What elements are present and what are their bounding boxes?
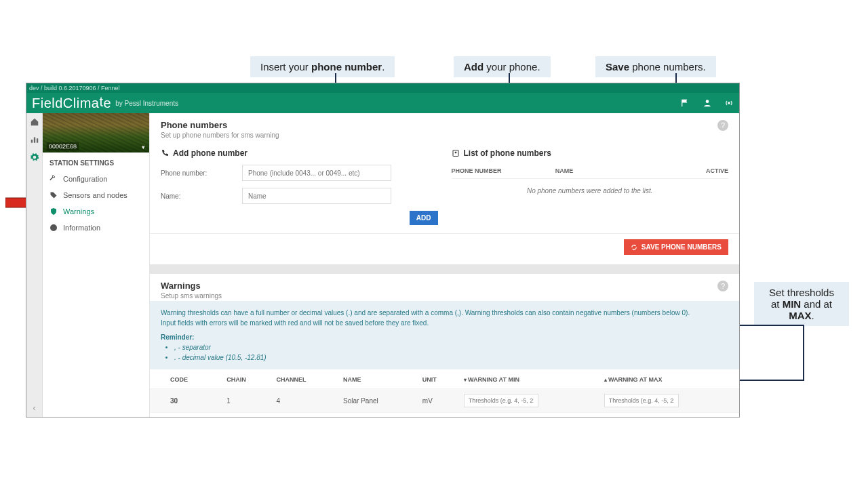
svg-rect-4 — [33, 138, 35, 143]
add-button[interactable]: ADD — [410, 211, 438, 225]
cell-unit: mV — [417, 389, 458, 413]
station-hero[interactable]: 00002E68 ▾ — [43, 113, 149, 152]
panel-title: Phone numbers — [161, 120, 279, 130]
phone-panel: Phone numbers Set up phone numbers for s… — [150, 113, 739, 264]
collapse-rail-icon[interactable]: ‹ — [33, 403, 36, 413]
col-warning-max[interactable]: WARNING AT MAX — [599, 369, 739, 389]
sidebar-section: STATION SETTINGS — [43, 152, 149, 171]
station-id: 00002E68 — [47, 142, 79, 150]
help-icon[interactable]: ? — [717, 120, 728, 131]
pointer-line — [740, 325, 804, 326]
sidebar-item-warnings[interactable]: Warnings — [43, 203, 149, 220]
sidebar-item-sensors[interactable]: Sensors and nodes — [43, 187, 149, 203]
sidebar-item-label: Information — [63, 224, 100, 232]
brand-logo: FieldClimate — [32, 96, 111, 111]
info-icon — [50, 224, 58, 232]
wrench-icon — [50, 175, 58, 183]
phone-name-label: Name: — [161, 192, 242, 200]
svg-rect-5 — [36, 138, 37, 142]
cell-channel: 5 — [271, 413, 338, 418]
refresh-icon — [631, 244, 637, 251]
app-window: dev / build 0.6.20170906 / Fennel FieldC… — [26, 83, 740, 418]
cell-name: Solar Panel — [338, 389, 417, 413]
pointer-line — [803, 325, 804, 380]
col-warning-min[interactable]: WARNING AT MIN — [458, 369, 599, 389]
home-icon[interactable] — [30, 117, 39, 127]
shield-check-icon — [50, 207, 58, 216]
sidebar-item-label: Sensors and nodes — [63, 191, 127, 199]
svg-point-6 — [50, 224, 57, 231]
gear-icon[interactable] — [30, 152, 39, 162]
col-channel[interactable]: CHANNEL — [271, 369, 338, 389]
phone-number-input[interactable] — [242, 165, 391, 181]
svg-point-2 — [728, 102, 730, 104]
chevron-down-icon: ▾ — [142, 144, 145, 150]
chart-icon[interactable] — [30, 135, 39, 144]
table-row: 3014Solar PanelmV — [150, 389, 739, 413]
col-name[interactable]: NAME — [338, 369, 417, 389]
cell-chain: 1 — [221, 389, 271, 413]
cell-code: 30 — [150, 389, 221, 413]
callout-phone-number: Insert your phone number. — [250, 56, 395, 77]
callout-save-phone: Save phone numbers. — [595, 56, 716, 77]
warnings-table: CODE CHAIN CHANNEL NAME UNIT WARNING AT … — [150, 369, 739, 417]
svg-rect-3 — [31, 140, 32, 143]
sidebar-item-information[interactable]: Information — [43, 220, 149, 236]
threshold-max-input[interactable] — [604, 394, 679, 407]
add-phone-heading: Add phone number — [161, 148, 438, 158]
user-icon[interactable] — [703, 98, 712, 108]
flag-icon[interactable] — [681, 98, 690, 108]
phone-icon — [161, 149, 169, 157]
callout-thresholds: Set thresholds at MIN and at MAX. — [754, 282, 849, 326]
app-header: FieldClimate by Pessl Instruments — [26, 93, 739, 113]
tag-icon — [50, 191, 58, 199]
cell-name: Precipitation — [338, 413, 417, 418]
panel-title: Warnings — [161, 281, 222, 291]
warnings-info: Warning thresholds can have a full numbe… — [150, 301, 739, 369]
svg-point-1 — [706, 100, 709, 103]
svg-point-8 — [455, 152, 456, 153]
broadcast-icon[interactable] — [724, 98, 734, 108]
table-row: 615Precipitationmm — [150, 413, 739, 418]
warnings-panel: Warnings Setup sms warnings ? Warning th… — [150, 274, 739, 417]
cell-code: 6 — [150, 413, 221, 418]
phone-name-input[interactable] — [242, 188, 391, 204]
icon-rail: ‹ — [26, 113, 43, 417]
brand-byline: by Pessl Instruments — [115, 100, 178, 107]
phone-list-header: PHONE NUMBER NAME ACTIVE — [452, 165, 729, 179]
cell-channel: 4 — [271, 389, 338, 413]
sidebar-item-label: Configuration — [63, 175, 107, 183]
col-code[interactable]: CODE — [150, 369, 221, 389]
cell-chain: 1 — [221, 413, 271, 418]
phone-list-empty: No phone numbers were added to the list. — [452, 179, 729, 203]
threshold-min-input[interactable] — [464, 394, 538, 407]
cell-unit: mm — [417, 413, 458, 418]
panel-subtitle: Setup sms warnings — [161, 292, 222, 300]
list-phone-heading: List of phone numbers — [452, 148, 729, 158]
help-icon[interactable]: ? — [717, 281, 728, 291]
col-chain[interactable]: CHAIN — [221, 369, 271, 389]
contacts-icon — [452, 149, 460, 157]
sidebar-item-configuration[interactable]: Configuration — [43, 171, 149, 187]
save-phone-numbers-button[interactable]: SAVE PHONE NUMBERS — [624, 239, 728, 255]
col-unit[interactable]: UNIT — [417, 369, 458, 389]
panel-subtitle: Set up phone numbers for sms warning — [161, 131, 279, 139]
sidebar-item-label: Warnings — [63, 207, 94, 216]
phone-number-label: Phone number: — [161, 169, 242, 177]
build-crumb: dev / build 0.6.20170906 / Fennel — [26, 83, 739, 93]
main-content: Phone numbers Set up phone numbers for s… — [150, 113, 739, 417]
sidebar: 00002E68 ▾ STATION SETTINGS Configuratio… — [43, 113, 150, 417]
callout-add-phone: Add your phone. — [454, 56, 551, 77]
